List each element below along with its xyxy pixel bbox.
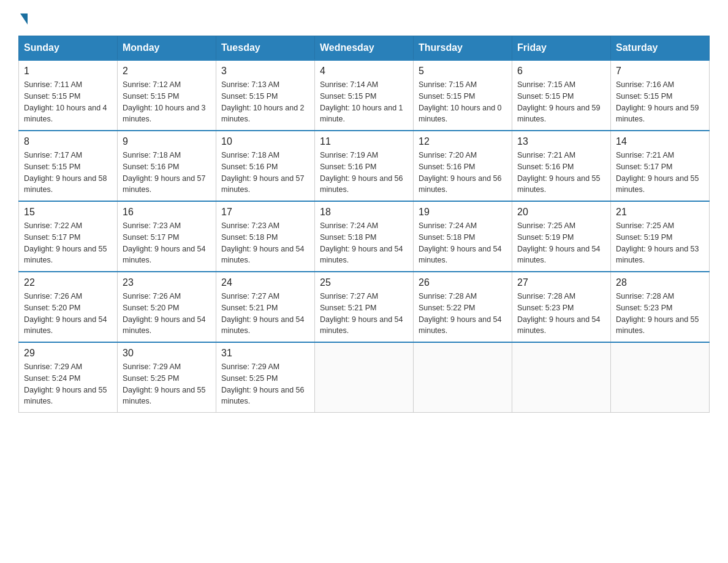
day-number: 9 [123, 136, 211, 147]
day-info: Sunrise: 7:26 AMSunset: 5:20 PMDaylight:… [24, 291, 112, 337]
calendar-cell: 21 Sunrise: 7:25 AMSunset: 5:19 PMDaylig… [611, 201, 710, 272]
day-info: Sunrise: 7:24 AMSunset: 5:18 PMDaylight:… [419, 220, 507, 266]
page-header [18, 12, 710, 23]
day-info: Sunrise: 7:18 AMSunset: 5:16 PMDaylight:… [221, 150, 309, 196]
day-info: Sunrise: 7:19 AMSunset: 5:16 PMDaylight:… [320, 150, 408, 196]
calendar-cell: 18 Sunrise: 7:24 AMSunset: 5:18 PMDaylig… [315, 201, 414, 272]
day-number: 2 [123, 66, 211, 77]
logo-triangle-icon [20, 13, 28, 25]
day-number: 10 [221, 136, 309, 147]
day-number: 28 [616, 277, 704, 288]
calendar-cell: 14 Sunrise: 7:21 AMSunset: 5:17 PMDaylig… [611, 131, 710, 201]
calendar-cell: 13 Sunrise: 7:21 AMSunset: 5:16 PMDaylig… [512, 131, 611, 201]
calendar-cell: 29 Sunrise: 7:29 AMSunset: 5:24 PMDaylig… [19, 342, 118, 413]
calendar-cell: 15 Sunrise: 7:22 AMSunset: 5:17 PMDaylig… [19, 201, 118, 272]
day-number: 15 [24, 207, 112, 218]
day-number: 11 [320, 136, 408, 147]
day-info: Sunrise: 7:12 AMSunset: 5:15 PMDaylight:… [123, 79, 211, 125]
day-number: 24 [221, 277, 309, 288]
day-number: 21 [616, 207, 704, 218]
calendar-cell: 1 Sunrise: 7:11 AMSunset: 5:15 PMDayligh… [19, 60, 118, 131]
calendar-cell: 19 Sunrise: 7:24 AMSunset: 5:18 PMDaylig… [414, 201, 512, 272]
day-info: Sunrise: 7:23 AMSunset: 5:17 PMDaylight:… [123, 220, 211, 266]
day-number: 30 [123, 348, 211, 359]
day-info: Sunrise: 7:11 AMSunset: 5:15 PMDaylight:… [24, 79, 112, 125]
day-info: Sunrise: 7:25 AMSunset: 5:19 PMDaylight:… [616, 220, 704, 266]
day-info: Sunrise: 7:28 AMSunset: 5:23 PMDaylight:… [517, 291, 605, 337]
calendar-cell [611, 342, 710, 413]
day-number: 4 [320, 66, 408, 77]
day-number: 1 [24, 66, 112, 77]
calendar-cell: 7 Sunrise: 7:16 AMSunset: 5:15 PMDayligh… [611, 60, 710, 131]
day-info: Sunrise: 7:16 AMSunset: 5:15 PMDaylight:… [616, 79, 704, 125]
day-number: 14 [616, 136, 704, 147]
calendar-week-row: 29 Sunrise: 7:29 AMSunset: 5:24 PMDaylig… [19, 342, 710, 413]
day-number: 5 [419, 66, 507, 77]
day-number: 20 [517, 207, 605, 218]
day-info: Sunrise: 7:27 AMSunset: 5:21 PMDaylight:… [320, 291, 408, 337]
day-number: 8 [24, 136, 112, 147]
day-info: Sunrise: 7:15 AMSunset: 5:15 PMDaylight:… [419, 79, 507, 125]
weekday-header-thursday: Thursday [414, 36, 512, 61]
weekday-header-saturday: Saturday [611, 36, 710, 61]
day-info: Sunrise: 7:18 AMSunset: 5:16 PMDaylight:… [123, 150, 211, 196]
calendar-cell: 26 Sunrise: 7:28 AMSunset: 5:22 PMDaylig… [414, 272, 512, 342]
weekday-header-friday: Friday [512, 36, 611, 61]
day-number: 27 [517, 277, 605, 288]
calendar-cell: 9 Sunrise: 7:18 AMSunset: 5:16 PMDayligh… [118, 131, 216, 201]
day-number: 29 [24, 348, 112, 359]
day-number: 6 [517, 66, 605, 77]
day-info: Sunrise: 7:24 AMSunset: 5:18 PMDaylight:… [320, 220, 408, 266]
day-info: Sunrise: 7:21 AMSunset: 5:16 PMDaylight:… [517, 150, 605, 196]
calendar-cell [315, 342, 414, 413]
day-number: 25 [320, 277, 408, 288]
day-number: 26 [419, 277, 507, 288]
calendar-cell: 31 Sunrise: 7:29 AMSunset: 5:25 PMDaylig… [216, 342, 315, 413]
day-info: Sunrise: 7:15 AMSunset: 5:15 PMDaylight:… [517, 79, 605, 125]
calendar-week-row: 22 Sunrise: 7:26 AMSunset: 5:20 PMDaylig… [19, 272, 710, 342]
weekday-header-row: SundayMondayTuesdayWednesdayThursdayFrid… [19, 36, 710, 61]
day-info: Sunrise: 7:22 AMSunset: 5:17 PMDaylight:… [24, 220, 112, 266]
calendar-cell: 16 Sunrise: 7:23 AMSunset: 5:17 PMDaylig… [118, 201, 216, 272]
calendar-cell: 22 Sunrise: 7:26 AMSunset: 5:20 PMDaylig… [19, 272, 118, 342]
calendar-week-row: 8 Sunrise: 7:17 AMSunset: 5:15 PMDayligh… [19, 131, 710, 201]
day-number: 17 [221, 207, 309, 218]
day-info: Sunrise: 7:28 AMSunset: 5:23 PMDaylight:… [616, 291, 704, 337]
day-info: Sunrise: 7:29 AMSunset: 5:25 PMDaylight:… [221, 361, 309, 407]
day-number: 3 [221, 66, 309, 77]
calendar-cell: 10 Sunrise: 7:18 AMSunset: 5:16 PMDaylig… [216, 131, 315, 201]
calendar-cell: 30 Sunrise: 7:29 AMSunset: 5:25 PMDaylig… [118, 342, 216, 413]
calendar-week-row: 15 Sunrise: 7:22 AMSunset: 5:17 PMDaylig… [19, 201, 710, 272]
calendar-cell: 4 Sunrise: 7:14 AMSunset: 5:15 PMDayligh… [315, 60, 414, 131]
weekday-header-monday: Monday [118, 36, 216, 61]
calendar-cell: 23 Sunrise: 7:26 AMSunset: 5:20 PMDaylig… [118, 272, 216, 342]
day-number: 16 [123, 207, 211, 218]
day-info: Sunrise: 7:27 AMSunset: 5:21 PMDaylight:… [221, 291, 309, 337]
day-info: Sunrise: 7:28 AMSunset: 5:22 PMDaylight:… [419, 291, 507, 337]
weekday-header-sunday: Sunday [19, 36, 118, 61]
calendar-cell: 24 Sunrise: 7:27 AMSunset: 5:21 PMDaylig… [216, 272, 315, 342]
day-info: Sunrise: 7:25 AMSunset: 5:19 PMDaylight:… [517, 220, 605, 266]
calendar-cell: 3 Sunrise: 7:13 AMSunset: 5:15 PMDayligh… [216, 60, 315, 131]
day-info: Sunrise: 7:26 AMSunset: 5:20 PMDaylight:… [123, 291, 211, 337]
day-number: 23 [123, 277, 211, 288]
calendar-cell: 27 Sunrise: 7:28 AMSunset: 5:23 PMDaylig… [512, 272, 611, 342]
calendar-cell: 5 Sunrise: 7:15 AMSunset: 5:15 PMDayligh… [414, 60, 512, 131]
day-number: 18 [320, 207, 408, 218]
day-info: Sunrise: 7:29 AMSunset: 5:24 PMDaylight:… [24, 361, 112, 407]
day-info: Sunrise: 7:20 AMSunset: 5:16 PMDaylight:… [419, 150, 507, 196]
calendar-cell: 12 Sunrise: 7:20 AMSunset: 5:16 PMDaylig… [414, 131, 512, 201]
day-info: Sunrise: 7:13 AMSunset: 5:15 PMDaylight:… [221, 79, 309, 125]
day-info: Sunrise: 7:17 AMSunset: 5:15 PMDaylight:… [24, 150, 112, 196]
day-number: 31 [221, 348, 309, 359]
calendar-cell: 11 Sunrise: 7:19 AMSunset: 5:16 PMDaylig… [315, 131, 414, 201]
calendar-cell: 2 Sunrise: 7:12 AMSunset: 5:15 PMDayligh… [118, 60, 216, 131]
calendar-cell [512, 342, 611, 413]
day-number: 13 [517, 136, 605, 147]
day-number: 7 [616, 66, 704, 77]
calendar-cell [414, 342, 512, 413]
logo [18, 12, 28, 23]
calendar-cell: 17 Sunrise: 7:23 AMSunset: 5:18 PMDaylig… [216, 201, 315, 272]
day-info: Sunrise: 7:21 AMSunset: 5:17 PMDaylight:… [616, 150, 704, 196]
calendar-table: SundayMondayTuesdayWednesdayThursdayFrid… [18, 36, 710, 413]
